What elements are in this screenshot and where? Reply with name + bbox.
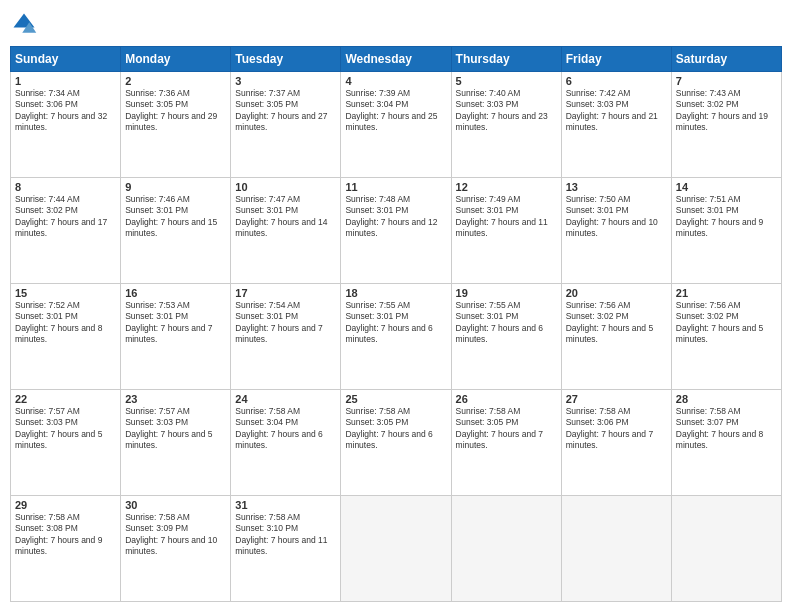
logo (10, 10, 40, 38)
day-header-friday: Friday (561, 47, 671, 72)
day-info: Sunrise: 7:58 AMSunset: 3:10 PMDaylight:… (235, 512, 336, 558)
day-info: Sunrise: 7:47 AMSunset: 3:01 PMDaylight:… (235, 194, 336, 240)
day-header-sunday: Sunday (11, 47, 121, 72)
calendar-cell: 7Sunrise: 7:43 AMSunset: 3:02 PMDaylight… (671, 72, 781, 178)
day-number: 19 (456, 287, 557, 299)
week-row-3: 15Sunrise: 7:52 AMSunset: 3:01 PMDayligh… (11, 284, 782, 390)
day-info: Sunrise: 7:50 AMSunset: 3:01 PMDaylight:… (566, 194, 667, 240)
day-info: Sunrise: 7:43 AMSunset: 3:02 PMDaylight:… (676, 88, 777, 134)
day-number: 29 (15, 499, 116, 511)
day-info: Sunrise: 7:34 AMSunset: 3:06 PMDaylight:… (15, 88, 116, 134)
day-number: 1 (15, 75, 116, 87)
day-number: 15 (15, 287, 116, 299)
day-number: 27 (566, 393, 667, 405)
day-number: 31 (235, 499, 336, 511)
header (10, 10, 782, 38)
calendar-cell: 15Sunrise: 7:52 AMSunset: 3:01 PMDayligh… (11, 284, 121, 390)
calendar-cell: 26Sunrise: 7:58 AMSunset: 3:05 PMDayligh… (451, 390, 561, 496)
day-number: 21 (676, 287, 777, 299)
day-info: Sunrise: 7:49 AMSunset: 3:01 PMDaylight:… (456, 194, 557, 240)
day-number: 18 (345, 287, 446, 299)
calendar-cell: 5Sunrise: 7:40 AMSunset: 3:03 PMDaylight… (451, 72, 561, 178)
day-info: Sunrise: 7:55 AMSunset: 3:01 PMDaylight:… (345, 300, 446, 346)
day-info: Sunrise: 7:58 AMSunset: 3:05 PMDaylight:… (345, 406, 446, 452)
day-number: 8 (15, 181, 116, 193)
day-number: 7 (676, 75, 777, 87)
calendar-cell: 10Sunrise: 7:47 AMSunset: 3:01 PMDayligh… (231, 178, 341, 284)
day-info: Sunrise: 7:58 AMSunset: 3:09 PMDaylight:… (125, 512, 226, 558)
day-info: Sunrise: 7:56 AMSunset: 3:02 PMDaylight:… (676, 300, 777, 346)
day-number: 28 (676, 393, 777, 405)
day-info: Sunrise: 7:58 AMSunset: 3:07 PMDaylight:… (676, 406, 777, 452)
day-number: 3 (235, 75, 336, 87)
day-number: 6 (566, 75, 667, 87)
day-header-wednesday: Wednesday (341, 47, 451, 72)
day-info: Sunrise: 7:51 AMSunset: 3:01 PMDaylight:… (676, 194, 777, 240)
calendar-cell: 29Sunrise: 7:58 AMSunset: 3:08 PMDayligh… (11, 496, 121, 602)
calendar-cell (451, 496, 561, 602)
calendar-cell (671, 496, 781, 602)
day-info: Sunrise: 7:53 AMSunset: 3:01 PMDaylight:… (125, 300, 226, 346)
day-number: 20 (566, 287, 667, 299)
day-number: 16 (125, 287, 226, 299)
day-number: 2 (125, 75, 226, 87)
calendar-cell (341, 496, 451, 602)
calendar-cell: 27Sunrise: 7:58 AMSunset: 3:06 PMDayligh… (561, 390, 671, 496)
day-number: 25 (345, 393, 446, 405)
calendar-cell: 3Sunrise: 7:37 AMSunset: 3:05 PMDaylight… (231, 72, 341, 178)
calendar-cell: 13Sunrise: 7:50 AMSunset: 3:01 PMDayligh… (561, 178, 671, 284)
calendar-cell: 23Sunrise: 7:57 AMSunset: 3:03 PMDayligh… (121, 390, 231, 496)
day-info: Sunrise: 7:39 AMSunset: 3:04 PMDaylight:… (345, 88, 446, 134)
calendar-cell: 17Sunrise: 7:54 AMSunset: 3:01 PMDayligh… (231, 284, 341, 390)
day-info: Sunrise: 7:56 AMSunset: 3:02 PMDaylight:… (566, 300, 667, 346)
day-info: Sunrise: 7:36 AMSunset: 3:05 PMDaylight:… (125, 88, 226, 134)
calendar-cell (561, 496, 671, 602)
day-number: 23 (125, 393, 226, 405)
day-info: Sunrise: 7:57 AMSunset: 3:03 PMDaylight:… (15, 406, 116, 452)
calendar-cell: 14Sunrise: 7:51 AMSunset: 3:01 PMDayligh… (671, 178, 781, 284)
day-info: Sunrise: 7:46 AMSunset: 3:01 PMDaylight:… (125, 194, 226, 240)
calendar-cell: 19Sunrise: 7:55 AMSunset: 3:01 PMDayligh… (451, 284, 561, 390)
day-info: Sunrise: 7:48 AMSunset: 3:01 PMDaylight:… (345, 194, 446, 240)
day-info: Sunrise: 7:54 AMSunset: 3:01 PMDaylight:… (235, 300, 336, 346)
day-info: Sunrise: 7:58 AMSunset: 3:04 PMDaylight:… (235, 406, 336, 452)
day-info: Sunrise: 7:42 AMSunset: 3:03 PMDaylight:… (566, 88, 667, 134)
page: SundayMondayTuesdayWednesdayThursdayFrid… (0, 0, 792, 612)
calendar-cell: 8Sunrise: 7:44 AMSunset: 3:02 PMDaylight… (11, 178, 121, 284)
week-row-1: 1Sunrise: 7:34 AMSunset: 3:06 PMDaylight… (11, 72, 782, 178)
day-number: 26 (456, 393, 557, 405)
calendar-cell: 24Sunrise: 7:58 AMSunset: 3:04 PMDayligh… (231, 390, 341, 496)
day-info: Sunrise: 7:58 AMSunset: 3:08 PMDaylight:… (15, 512, 116, 558)
day-number: 12 (456, 181, 557, 193)
day-number: 10 (235, 181, 336, 193)
day-number: 30 (125, 499, 226, 511)
calendar-cell: 30Sunrise: 7:58 AMSunset: 3:09 PMDayligh… (121, 496, 231, 602)
calendar-cell: 28Sunrise: 7:58 AMSunset: 3:07 PMDayligh… (671, 390, 781, 496)
calendar-cell: 21Sunrise: 7:56 AMSunset: 3:02 PMDayligh… (671, 284, 781, 390)
day-info: Sunrise: 7:37 AMSunset: 3:05 PMDaylight:… (235, 88, 336, 134)
calendar-cell: 9Sunrise: 7:46 AMSunset: 3:01 PMDaylight… (121, 178, 231, 284)
day-number: 14 (676, 181, 777, 193)
calendar-cell: 6Sunrise: 7:42 AMSunset: 3:03 PMDaylight… (561, 72, 671, 178)
logo-icon (10, 10, 38, 38)
calendar-table: SundayMondayTuesdayWednesdayThursdayFrid… (10, 46, 782, 602)
day-number: 5 (456, 75, 557, 87)
calendar-cell: 12Sunrise: 7:49 AMSunset: 3:01 PMDayligh… (451, 178, 561, 284)
week-row-5: 29Sunrise: 7:58 AMSunset: 3:08 PMDayligh… (11, 496, 782, 602)
day-info: Sunrise: 7:40 AMSunset: 3:03 PMDaylight:… (456, 88, 557, 134)
day-number: 4 (345, 75, 446, 87)
day-number: 13 (566, 181, 667, 193)
week-row-2: 8Sunrise: 7:44 AMSunset: 3:02 PMDaylight… (11, 178, 782, 284)
week-row-4: 22Sunrise: 7:57 AMSunset: 3:03 PMDayligh… (11, 390, 782, 496)
calendar-cell: 1Sunrise: 7:34 AMSunset: 3:06 PMDaylight… (11, 72, 121, 178)
day-number: 24 (235, 393, 336, 405)
calendar-cell: 20Sunrise: 7:56 AMSunset: 3:02 PMDayligh… (561, 284, 671, 390)
calendar-cell: 4Sunrise: 7:39 AMSunset: 3:04 PMDaylight… (341, 72, 451, 178)
day-header-saturday: Saturday (671, 47, 781, 72)
day-number: 11 (345, 181, 446, 193)
day-info: Sunrise: 7:58 AMSunset: 3:05 PMDaylight:… (456, 406, 557, 452)
day-header-thursday: Thursday (451, 47, 561, 72)
calendar-cell: 31Sunrise: 7:58 AMSunset: 3:10 PMDayligh… (231, 496, 341, 602)
calendar-cell: 16Sunrise: 7:53 AMSunset: 3:01 PMDayligh… (121, 284, 231, 390)
calendar-cell: 18Sunrise: 7:55 AMSunset: 3:01 PMDayligh… (341, 284, 451, 390)
